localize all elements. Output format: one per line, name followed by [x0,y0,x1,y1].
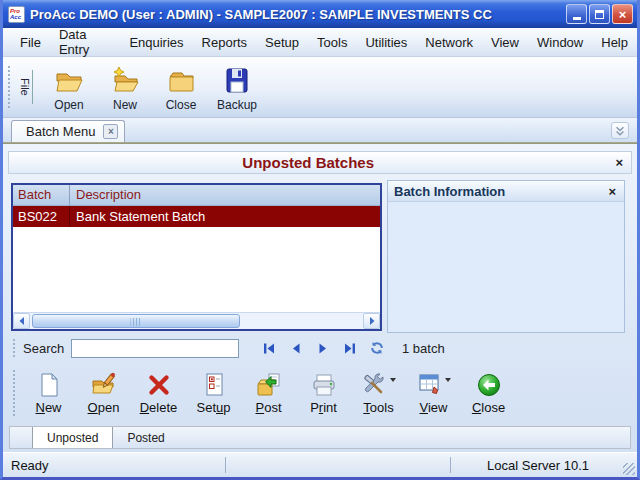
setup-checklist-icon [201,372,227,398]
menu-view[interactable]: View [482,30,528,55]
delete-batch-button[interactable]: Delete [131,365,186,421]
toolbar-group-label: File [18,70,33,104]
delete-x-icon [146,372,172,398]
next-record-icon [317,342,329,355]
tab-overflow-chevron-button[interactable] [611,122,629,139]
scroll-right-arrow-icon [368,317,376,325]
minimize-button[interactable] [566,4,587,24]
thumb-grip-icon [131,318,142,326]
close-icon: × [619,8,627,21]
batch-information-header: Batch Information × [388,181,624,202]
next-record-button[interactable] [309,339,336,357]
close-company-button[interactable]: Close [153,63,209,112]
setup-batch-button[interactable]: Setup [186,365,241,421]
previous-record-button[interactable] [282,339,309,357]
record-navigator [255,339,390,357]
status-ready: Ready [3,458,225,473]
menu-setup[interactable]: Setup [256,30,308,55]
status-divider [225,457,226,473]
view-button[interactable]: View [406,365,461,421]
panel-close-icon[interactable]: × [600,184,624,199]
table-header-row: Batch Description [13,185,380,206]
maximize-icon [595,10,604,19]
toolbar-button-label: Close [166,98,197,112]
print-button[interactable]: Print [296,365,351,421]
app-window: Pro Acc ProAcc DEMO (User : ADMIN) - SAM… [0,0,640,480]
action-toolbar-grip[interactable] [13,370,15,416]
unposted-batches-header: Unposted Batches × [8,151,632,174]
search-input[interactable] [71,339,239,358]
batch-information-panel: Batch Information × [387,180,625,333]
close-folder-icon [165,65,197,97]
open-folder-icon [53,65,85,97]
search-bar: Search [9,336,631,360]
searchbar-grip[interactable] [13,339,15,357]
toolbar-grip[interactable] [8,66,10,108]
open-edit-icon [91,372,117,398]
minimize-icon [573,17,581,20]
first-record-button[interactable] [255,339,282,357]
tab-posted[interactable]: Posted [113,427,178,448]
scroll-left-arrow-icon [18,317,26,325]
tab-batch-menu[interactable]: Batch Menu × [11,120,125,142]
last-record-icon [343,342,357,355]
menu-file[interactable]: File [11,30,50,55]
action-toolbar: New Open [9,363,631,423]
tools-button[interactable]: Tools [351,365,406,421]
tools-icon [362,372,388,398]
document-tab-bar: Batch Menu × [3,118,637,143]
view-grid-icon [417,372,443,398]
menu-reports[interactable]: Reports [193,30,257,55]
section-close-icon[interactable]: × [607,155,631,170]
column-header-batch[interactable]: Batch [13,185,70,205]
backup-disk-icon [221,65,253,97]
tab-unposted[interactable]: Unposted [32,427,113,448]
new-batch-button[interactable]: New [21,365,76,421]
column-header-description[interactable]: Description [70,185,380,205]
toolbar-button-label: Open [54,98,83,112]
menu-data-entry[interactable]: Data Entry [50,22,120,62]
close-green-arrow-icon [476,372,502,398]
close-button[interactable]: × [612,4,633,24]
last-record-button[interactable] [336,339,363,357]
batch-menu-panel: Unposted Batches × Batch Description BS0… [3,143,637,452]
menu-window[interactable]: Window [528,30,592,55]
toolbar-button-label: Backup [217,98,257,112]
menu-network[interactable]: Network [416,30,482,55]
scroll-left-button[interactable] [13,313,30,329]
table-row[interactable]: BS022 Bank Statement Batch [13,206,380,227]
tab-close-icon[interactable]: × [103,124,118,139]
new-company-button[interactable]: New [97,63,153,112]
batch-state-tabs: Unposted Posted [9,426,631,449]
backup-button[interactable]: Backup [209,63,265,112]
resize-grip-icon[interactable] [623,463,635,475]
maximize-button[interactable] [589,4,610,24]
dropdown-arrow-icon [445,378,451,385]
app-logo-text: Acc [10,14,24,20]
tab-label: Batch Menu [26,124,95,139]
new-document-icon [36,372,62,398]
app-logo-icon: Pro Acc [8,6,25,23]
menu-utilities[interactable]: Utilities [356,30,416,55]
menu-tools[interactable]: Tools [308,30,356,55]
menu-help[interactable]: Help [592,30,637,55]
post-batch-button[interactable]: Post [241,365,296,421]
open-company-button[interactable]: Open [41,63,97,112]
scroll-right-button[interactable] [363,313,380,329]
close-screen-button[interactable]: Close [461,365,516,421]
cell-description: Bank Statement Batch [70,206,380,227]
post-batch-icon [256,372,282,398]
file-toolbar: File Open New [3,57,637,118]
open-batch-button[interactable]: Open [76,365,131,421]
dropdown-arrow-icon [390,378,396,385]
refresh-button[interactable] [363,339,390,357]
search-label: Search [23,341,71,356]
status-server: Local Server 10.1 [451,458,637,473]
status-bar: Ready Local Server 10.1 [3,452,637,477]
menu-enquiries[interactable]: Enquiries [120,30,192,55]
horizontal-scrollbar[interactable] [13,312,380,329]
scrollbar-thumb[interactable] [32,314,240,328]
refresh-icon [370,341,384,355]
printer-icon [311,372,337,398]
batch-count: 1 batch [402,341,445,356]
